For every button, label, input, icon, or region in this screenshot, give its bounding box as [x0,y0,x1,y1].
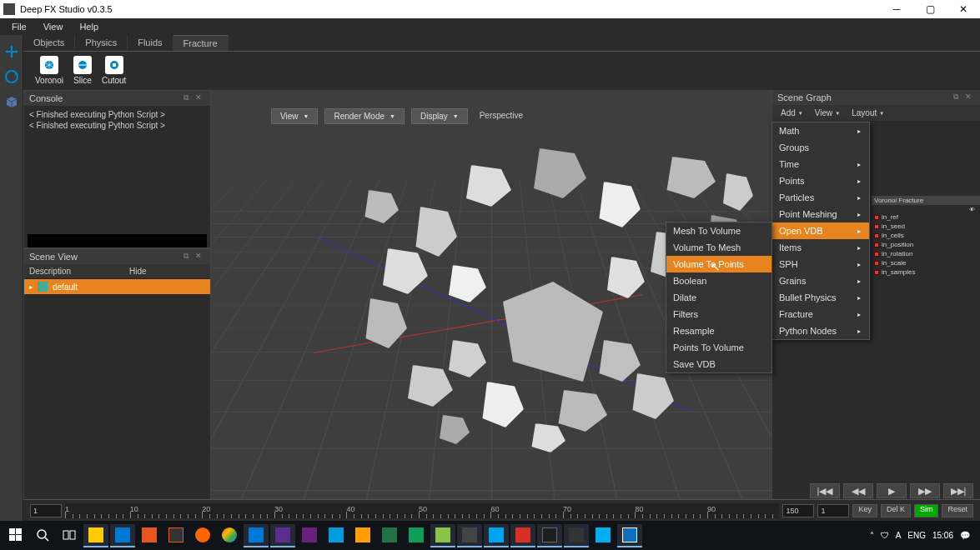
menu-file[interactable]: File [3,19,35,34]
first-frame-button[interactable]: |◀◀ [810,483,840,498]
menu-groups[interactable]: Groups [772,139,869,156]
search-icon[interactable] [30,524,55,548]
taskbar-app-2[interactable] [110,524,135,548]
frame-end-input[interactable] [782,504,814,518]
panel-close-icon[interactable]: ✕ [195,252,205,262]
voronoi-node[interactable]: Voronoi Fracture 👁 in_ref in_seed in_cel… [872,196,980,277]
taskbar-app-17[interactable] [510,524,535,548]
display-dropdown[interactable]: Display▼ [411,108,468,124]
tab-fracture[interactable]: Fracture [173,35,229,51]
reset-button[interactable]: Reset [942,504,973,518]
taskbar-app-6[interactable] [217,524,242,548]
tab-physics[interactable]: Physics [75,35,128,51]
submenu-volume-to-mesh[interactable]: Volume To Mesh [666,239,771,256]
system-tray[interactable]: ˄ 🛡 A ENG 15:06 💬 [870,531,977,540]
taskbar-app-7[interactable] [244,524,269,548]
last-frame-button[interactable]: ▶▶| [943,483,973,498]
panel-dock-icon[interactable]: ⧉ [183,93,193,103]
tray-up-icon[interactable]: ˄ [870,531,874,540]
submenu-points-to-volume[interactable]: Points To Volume [666,339,771,356]
cutout-tool[interactable]: Cutout [98,54,129,87]
taskbar-app-3[interactable] [137,524,162,548]
taskbar-app-10[interactable] [324,524,349,548]
sim-button[interactable]: Sim [914,504,939,518]
taskbar-app-20[interactable] [591,524,616,548]
panel-close-icon[interactable]: ✕ [965,92,975,102]
menu-fracture[interactable]: Fracture▸ [772,306,869,322]
sceneview-body[interactable] [24,294,210,503]
taskbar-app-21[interactable] [617,524,642,548]
next-frame-button[interactable]: ▶▶ [910,483,940,498]
rendermode-dropdown[interactable]: Render Mode▼ [324,108,405,124]
menu-help[interactable]: Help [71,19,107,34]
sg-layout-button[interactable]: Layout▼ [847,107,889,119]
taskbar-app-19[interactable] [564,524,589,548]
submenu-mesh-to-volume[interactable]: Mesh To Volume [666,222,771,239]
taskbar-app-15[interactable] [457,524,482,548]
menu-grains[interactable]: Grains▸ [772,272,869,289]
tab-fluids[interactable]: Fluids [128,35,173,51]
tab-objects[interactable]: Objects [23,35,75,51]
minimize-button[interactable]: ─ [880,0,913,18]
submenu-save-vdb[interactable]: Save VDB [666,356,771,372]
menu-bullet-physics[interactable]: Bullet Physics▸ [772,289,869,306]
timeline-ruler[interactable]: 1102030405060708090100 [65,503,779,518]
submenu-boolean[interactable]: Boolean [666,272,771,289]
prev-frame-button[interactable]: ◀◀ [843,483,873,498]
task-view-icon[interactable] [57,524,82,548]
panel-close-icon[interactable]: ✕ [195,93,205,103]
taskbar-app-14[interactable] [430,524,455,548]
taskbar-app-1[interactable] [83,524,108,548]
menu-math[interactable]: Math▸ [772,122,869,139]
frame-current-input[interactable] [817,504,849,518]
expand-icon[interactable]: ▸ [29,283,33,291]
menu-points[interactable]: Points▸ [772,172,869,189]
taskbar-app-5[interactable] [190,524,215,548]
slice-tool[interactable]: Slice [70,54,95,87]
submenu-dilate[interactable]: Dilate [666,289,771,306]
cube-tool-icon[interactable] [3,93,20,110]
tray-lang-short[interactable]: A [896,531,902,540]
col-description[interactable]: Description [24,264,124,278]
maximize-button[interactable]: ▢ [913,0,947,18]
taskbar-app-13[interactable] [404,524,429,548]
menu-items[interactable]: Items▸ [772,239,869,256]
console-input[interactable] [28,234,207,248]
taskbar-app-9[interactable] [297,524,322,548]
sg-view-button[interactable]: View▼ [810,107,845,119]
key-button[interactable]: Key [852,504,877,518]
taskbar-app-8[interactable] [270,524,295,548]
panel-dock-icon[interactable]: ⧉ [953,92,963,102]
menu-view[interactable]: View [35,19,72,34]
start-button[interactable] [3,524,28,548]
col-hide[interactable]: Hide [124,264,152,278]
rotate-tool-icon[interactable] [3,68,20,85]
menu-time[interactable]: Time▸ [772,156,869,172]
submenu-resample[interactable]: Resample [666,322,771,339]
scene-row-default[interactable]: ▸ default [24,279,210,294]
frame-start-input[interactable] [30,504,62,518]
close-button[interactable]: ✕ [947,0,980,18]
tray-notifications-icon[interactable]: 💬 [960,531,970,540]
menu-particles[interactable]: Particles▸ [772,189,869,206]
taskbar-app-16[interactable] [484,524,509,548]
menu-point-meshing[interactable]: Point Meshing▸ [772,206,869,222]
voronoi-tool[interactable]: Voronoi [32,54,67,87]
play-button[interactable]: ▶ [877,483,907,498]
taskbar-app-12[interactable] [377,524,402,548]
view-dropdown[interactable]: View▼ [271,108,318,124]
submenu-filters[interactable]: Filters [666,306,771,322]
delete-key-button[interactable]: Del K [881,504,911,518]
taskbar-app-4[interactable] [163,524,188,548]
menu-python-nodes[interactable]: Python Nodes▸ [772,322,869,339]
menu-sph[interactable]: SPH▸ [772,256,869,272]
taskbar-app-11[interactable] [350,524,375,548]
tray-shield-icon[interactable]: 🛡 [881,531,889,540]
move-tool-icon[interactable] [3,43,20,60]
menu-open-vdb[interactable]: Open VDB▸ [772,222,869,239]
panel-dock-icon[interactable]: ⧉ [183,252,193,262]
sg-add-button[interactable]: Add▼ [776,107,808,119]
tray-lang[interactable]: ENG [907,531,926,540]
tray-time[interactable]: 15:06 [932,531,953,540]
taskbar-app-18[interactable] [537,524,562,548]
